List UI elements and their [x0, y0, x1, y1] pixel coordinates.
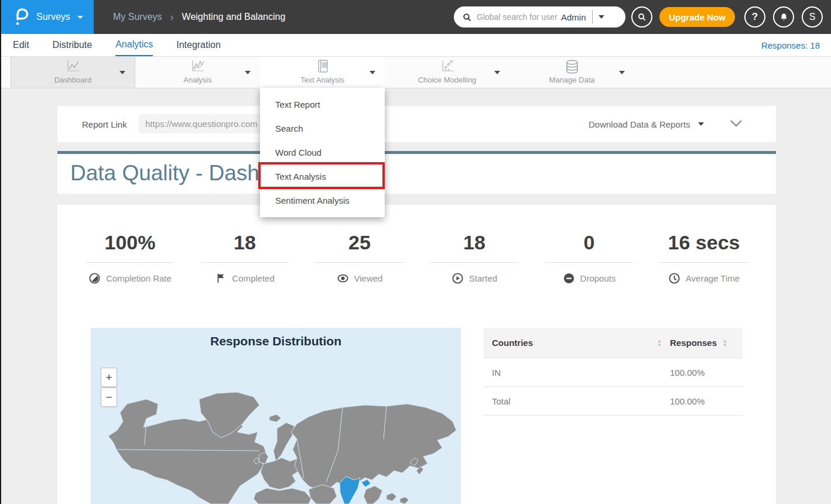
countries-table: Countries ▲▼ Responses ▲▼ IN 100.00% Tot…	[484, 328, 743, 416]
toolbar-tab-text-analysis[interactable]: Text Analysis	[260, 57, 385, 88]
half-circle-icon	[88, 272, 101, 284]
toolbar-tab-label: Analysis	[135, 76, 260, 84]
minus-circle-icon	[563, 272, 575, 284]
menu-item-text-report[interactable]: Text Report	[260, 92, 385, 116]
stat-value: 18	[186, 231, 303, 254]
stat-value: 25	[301, 231, 418, 254]
play-icon	[452, 272, 464, 284]
avatar[interactable]: S	[802, 6, 823, 28]
line-chart-icon	[66, 59, 81, 73]
global-search[interactable]: Admin	[454, 6, 625, 28]
chevron-down-icon[interactable]	[370, 71, 375, 74]
database-icon	[565, 59, 580, 74]
menu-item-text-analysis[interactable]: Text Analysis	[260, 164, 385, 188]
stat-value: 0	[531, 231, 648, 254]
country-code: IN	[492, 368, 501, 378]
column-header-responses[interactable]: Responses	[670, 338, 717, 348]
search-button[interactable]	[631, 6, 652, 28]
multi-line-chart-icon	[190, 59, 206, 73]
breadcrumb-separator: ›	[170, 11, 174, 23]
map-scandinavia	[273, 423, 295, 461]
search-icon	[637, 12, 647, 22]
toolbar-tab-analysis[interactable]: Analysis	[135, 57, 260, 88]
report-link-panel: Report Link Download Data & Reports	[57, 106, 776, 142]
scatter-chart-icon	[440, 59, 455, 73]
world-map[interactable]	[91, 363, 461, 504]
chevron-down-icon[interactable]	[494, 71, 500, 74]
breadcrumb-survey-name: Weighting and Balancing	[182, 12, 286, 22]
download-data-reports-menu[interactable]: Download Data & Reports	[589, 106, 690, 142]
menu-item-word-cloud[interactable]: Word Cloud	[260, 140, 385, 164]
global-search-input[interactable]	[477, 12, 560, 22]
stat-value: 100%	[71, 231, 189, 254]
tab-edit[interactable]: Edit	[13, 34, 29, 56]
breadcrumb: My Surveys › Weighting and Balancing	[113, 0, 285, 34]
stat-value: 18	[416, 231, 533, 254]
chevron-down-icon[interactable]	[698, 122, 704, 126]
chevron-down-icon[interactable]	[119, 71, 125, 74]
menu-item-search[interactable]: Search	[260, 116, 385, 140]
stat-label: Average Time	[686, 273, 740, 283]
table-row: Total 100.00%	[484, 387, 743, 416]
column-header-countries[interactable]: Countries	[492, 338, 533, 348]
search-scope-label[interactable]: Admin	[561, 12, 586, 22]
map-title: Response Distribution	[91, 328, 461, 348]
flag-icon	[215, 272, 227, 284]
stat-label: Completion Rate	[106, 273, 172, 283]
stat-viewed: 25 Viewed	[301, 231, 418, 284]
stat-average-time: 16 secs Average Time	[645, 231, 762, 284]
survey-nav: Edit Distribute Analytics Integration Re…	[0, 34, 831, 57]
chevron-down-icon[interactable]	[245, 71, 251, 74]
tab-analytics[interactable]: Analytics	[115, 34, 153, 56]
notifications-button[interactable]	[773, 6, 794, 28]
tab-integration[interactable]: Integration	[176, 34, 221, 56]
chevron-down-icon[interactable]	[619, 71, 625, 74]
toolbar-tab-manage-data[interactable]: Manage Data	[509, 57, 634, 88]
surveys-label: Surveys	[36, 12, 70, 22]
stat-label: Completed	[232, 273, 275, 283]
map-asia	[291, 404, 456, 489]
toolbar-tab-label: Manage Data	[509, 76, 634, 84]
toolbar-tab-choice-modelling[interactable]: Choice Modelling	[385, 57, 509, 88]
toolbar-tab-label: Text Analysis	[260, 76, 385, 84]
analytics-toolbar: Dashboard Analysis Text Analysis	[0, 57, 831, 88]
responses-total-value: 100.00%	[670, 396, 705, 406]
divider	[86, 262, 174, 263]
response-distribution-map: Response Distribution + −	[91, 328, 461, 504]
upgrade-now-button[interactable]: Upgrade Now	[659, 7, 735, 27]
map-island	[387, 493, 396, 501]
map-africa	[254, 488, 311, 504]
map-india-northeast	[361, 479, 371, 487]
toolbar-tab-label: Choice Modelling	[385, 76, 509, 84]
collapse-chevron-icon[interactable]	[729, 119, 743, 128]
map-southeast-asia	[364, 486, 382, 504]
eye-icon	[337, 272, 349, 284]
help-button[interactable]: ?	[744, 6, 765, 28]
divider	[592, 10, 593, 24]
map-india-highlight	[340, 476, 360, 504]
stat-label: Started	[469, 273, 497, 283]
stat-label: Dropouts	[580, 273, 616, 283]
sort-icon[interactable]: ▲▼	[657, 339, 662, 347]
responses-count: Responses: 18	[761, 34, 820, 57]
toolbar-tab-label: Dashboard	[11, 76, 135, 84]
search-scope-dropdown-icon[interactable]	[599, 15, 604, 19]
stat-completion-rate: 100% Completion Rate	[71, 231, 189, 284]
page-title-panel: Data Quality - Dash	[57, 151, 776, 194]
search-icon	[462, 12, 472, 22]
text-document-icon	[316, 59, 330, 73]
breadcrumb-my-surveys[interactable]: My Surveys	[113, 12, 162, 22]
divider	[430, 262, 518, 263]
divider	[201, 262, 289, 263]
report-link-label: Report Link	[82, 106, 127, 142]
surveys-menu[interactable]: Surveys	[0, 0, 94, 34]
menu-item-sentiment-analysis[interactable]: Sentiment Analysis	[260, 188, 385, 212]
sort-icon[interactable]: ▲▼	[723, 339, 727, 347]
tab-distribute[interactable]: Distribute	[53, 34, 93, 56]
bell-icon	[779, 12, 789, 22]
map-island	[400, 497, 409, 504]
stat-value: 16 secs	[645, 231, 762, 254]
app-screen: Surveys My Surveys › Weighting and Balan…	[0, 0, 831, 504]
toolbar-tab-dashboard[interactable]: Dashboard	[11, 57, 135, 88]
divider	[545, 262, 633, 263]
